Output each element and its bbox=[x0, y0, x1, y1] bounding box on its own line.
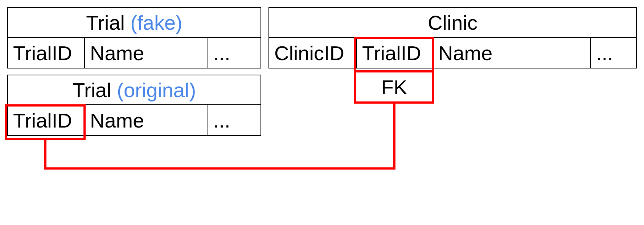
column-trialid: TrialID bbox=[8, 38, 84, 68]
table-trial-original: Trial (original) TrialID Name ... bbox=[7, 75, 261, 136]
table-name: Clinic bbox=[428, 11, 477, 34]
column-name: Name bbox=[84, 38, 208, 68]
column-ellipsis: ... bbox=[208, 105, 261, 136]
table-trial-fake: Trial (fake) TrialID Name ... bbox=[7, 7, 261, 68]
column-row: TrialID Name ... bbox=[8, 38, 261, 68]
table-title-trial-fake: Trial (fake) bbox=[8, 8, 261, 38]
column-name: Name bbox=[432, 38, 590, 68]
table-name: Trial bbox=[73, 79, 111, 101]
diagram-canvas: Trial (fake) TrialID Name ... Trial (ori… bbox=[7, 7, 637, 218]
table-title-trial-original: Trial (original) bbox=[8, 75, 261, 105]
table-clinic: Clinic ClinicID TrialID Name ... bbox=[268, 7, 637, 68]
table-title-clinic: Clinic bbox=[269, 8, 636, 38]
column-ellipsis: ... bbox=[590, 38, 636, 68]
column-clinicid: ClinicID bbox=[269, 38, 356, 68]
column-ellipsis: ... bbox=[208, 38, 261, 68]
column-name: Name bbox=[84, 105, 208, 136]
column-row: TrialID Name ... bbox=[8, 105, 261, 136]
column-trialid: TrialID bbox=[8, 105, 84, 136]
fk-label-box: FK bbox=[354, 70, 434, 104]
table-annotation: (original) bbox=[117, 79, 196, 101]
column-row: ClinicID TrialID Name ... bbox=[269, 38, 636, 68]
table-name: Trial bbox=[86, 11, 125, 34]
table-annotation: (fake) bbox=[131, 11, 182, 34]
column-trialid: TrialID bbox=[356, 38, 432, 68]
